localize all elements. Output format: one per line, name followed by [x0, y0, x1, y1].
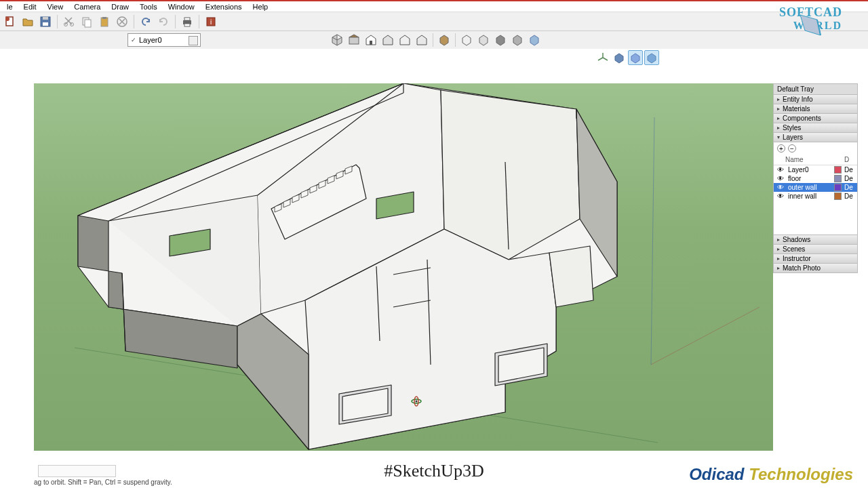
layer-row[interactable]: 👁floorDe: [774, 174, 857, 183]
axes-toggle-icon[interactable]: [595, 50, 610, 65]
new-file-icon[interactable]: [3, 14, 18, 29]
layer-dash-cell: De: [844, 192, 854, 200]
back-view-icon[interactable]: [397, 33, 412, 47]
edges-icon[interactable]: [644, 50, 659, 65]
iso-view-icon[interactable]: [330, 33, 344, 47]
main-toolbar: i: [0, 12, 868, 31]
layer-color-swatch[interactable]: [834, 192, 842, 200]
panel-scenes[interactable]: Scenes: [773, 245, 858, 254]
menu-camera[interactable]: Camera: [68, 2, 106, 12]
layer-dropdown-value: Layer0: [139, 36, 162, 44]
menu-bar: le Edit View Camera Draw Tools Window Ex…: [0, 0, 868, 12]
svg-point-1: [5, 17, 9, 21]
view-toolbar: [330, 31, 542, 49]
shadows-icon[interactable]: [612, 50, 627, 65]
visibility-icon[interactable]: 👁: [777, 166, 785, 174]
layer-dash-cell: De: [844, 175, 854, 182]
add-layer-icon[interactable]: +: [777, 144, 785, 152]
layer-row[interactable]: 👁outer wallDe: [774, 183, 857, 192]
panel-layers[interactable]: Layers: [773, 133, 858, 142]
layer-name-cell: inner wall: [788, 192, 831, 200]
footer-brand: Odicad Technologies: [689, 465, 853, 484]
svg-rect-3: [43, 22, 48, 26]
svg-rect-4: [43, 17, 48, 20]
layer-dash-cell: De: [844, 184, 854, 191]
svg-rect-13: [184, 18, 190, 20]
fog-icon[interactable]: [628, 50, 643, 65]
menu-draw[interactable]: Draw: [106, 2, 134, 12]
svg-point-24: [416, 401, 418, 403]
panel-instructor[interactable]: Instructor: [773, 254, 858, 264]
status-hint: ag to orbit. Shift = Pan, Ctrl = suspend…: [34, 479, 172, 486]
style-hidden-line-icon[interactable]: [476, 33, 491, 47]
logo-mark-icon: [797, 12, 824, 39]
hashtag-text: #SketchUp3D: [384, 461, 484, 481]
menu-help[interactable]: Help: [248, 2, 274, 12]
copy-icon[interactable]: [79, 14, 94, 29]
menu-extensions[interactable]: Extensions: [200, 2, 248, 12]
tray-title[interactable]: Default Tray: [773, 83, 858, 95]
svg-rect-8: [85, 20, 91, 27]
layer-color-swatch[interactable]: [834, 166, 842, 174]
left-view-icon[interactable]: [414, 33, 429, 47]
panel-components[interactable]: Components: [773, 114, 858, 123]
orbit-cursor-icon: [410, 395, 422, 407]
svg-rect-10: [102, 17, 106, 19]
svg-line-20: [651, 117, 654, 365]
svg-rect-18: [370, 41, 372, 45]
panel-styles[interactable]: Styles: [773, 123, 858, 133]
footer: ag to orbit. Shift = Pan, Ctrl = suspend…: [0, 454, 868, 488]
menu-view[interactable]: View: [42, 2, 69, 12]
style-mono-icon[interactable]: [510, 33, 525, 47]
save-file-icon[interactable]: [38, 14, 53, 29]
remove-layer-icon[interactable]: −: [788, 144, 796, 152]
brand-technologies: Technologies: [749, 465, 853, 483]
col-d: D: [844, 156, 854, 163]
layer-row[interactable]: 👁inner wallDe: [774, 192, 857, 201]
model-info-icon[interactable]: i: [203, 14, 218, 29]
style-xray-icon[interactable]: [527, 33, 542, 47]
viewport-3d[interactable]: [34, 83, 773, 451]
cut-icon[interactable]: [62, 14, 77, 29]
default-tray: Default Tray Entity Info Materials Compo…: [773, 83, 858, 273]
menu-window[interactable]: Window: [163, 2, 200, 12]
panel-materials[interactable]: Materials: [773, 104, 858, 114]
menu-tools[interactable]: Tools: [134, 2, 163, 12]
front-view-icon[interactable]: [363, 33, 378, 47]
style-wireframe-icon[interactable]: [459, 33, 474, 47]
col-name: Name: [785, 156, 844, 163]
panel-match-photo[interactable]: Match Photo: [773, 264, 858, 273]
layer-name-cell: outer wall: [788, 184, 831, 191]
print-icon[interactable]: [180, 14, 195, 29]
layer-dropdown[interactable]: ✓ Layer0: [127, 33, 201, 47]
svg-line-21: [651, 307, 760, 365]
visibility-icon[interactable]: 👁: [777, 192, 785, 200]
top-view-icon[interactable]: [347, 33, 361, 47]
open-file-icon[interactable]: [20, 14, 35, 29]
panel-entity-info[interactable]: Entity Info: [773, 95, 858, 104]
layer-color-swatch[interactable]: [834, 175, 842, 182]
menu-file[interactable]: le: [1, 2, 18, 12]
layers-panel-body: + − Name D 👁Layer0De👁floorDe👁outer wallD…: [773, 142, 858, 235]
layer-name-cell: Layer0: [788, 166, 831, 174]
visibility-icon[interactable]: 👁: [777, 175, 785, 182]
undo-icon[interactable]: [138, 14, 153, 29]
visibility-icon[interactable]: 👁: [777, 184, 785, 191]
measurement-input[interactable]: [38, 465, 116, 477]
layer-color-swatch[interactable]: [834, 184, 842, 191]
style-shaded-icon[interactable]: [437, 33, 452, 47]
paste-icon[interactable]: [97, 14, 112, 29]
layer-row[interactable]: 👁Layer0De: [774, 165, 857, 174]
brand-odicad: Odicad: [689, 465, 749, 483]
panel-shadows[interactable]: Shadows: [773, 235, 858, 245]
check-icon: ✓: [131, 37, 136, 43]
svg-rect-14: [184, 24, 190, 26]
layers-column-header: Name D: [774, 155, 857, 165]
right-view-icon[interactable]: [380, 33, 395, 47]
delete-icon[interactable]: [115, 14, 130, 29]
model-3d: [34, 83, 773, 451]
menu-edit[interactable]: Edit: [18, 2, 42, 12]
layer-dash-cell: De: [844, 166, 854, 174]
redo-icon[interactable]: [156, 14, 171, 29]
style-shaded-tex-icon[interactable]: [493, 33, 508, 47]
